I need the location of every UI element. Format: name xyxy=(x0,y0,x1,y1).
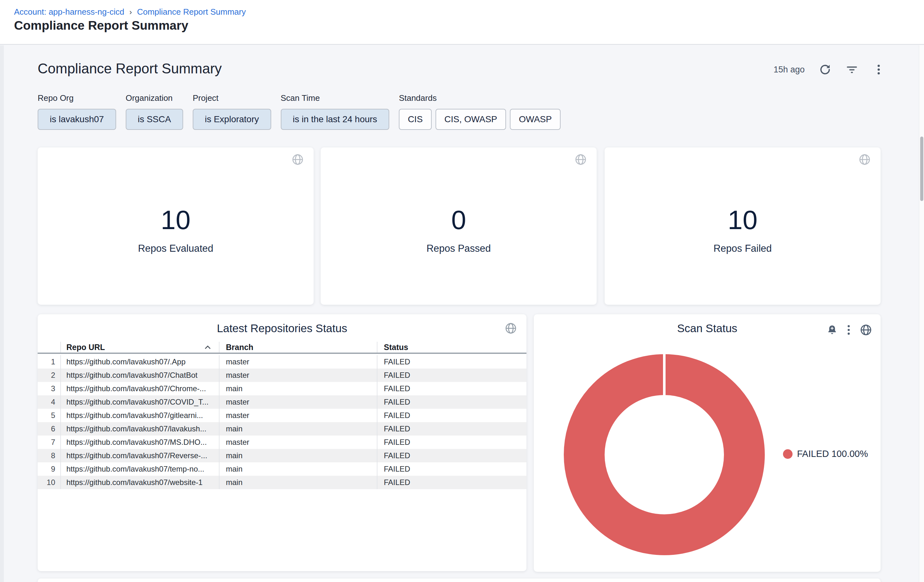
filter-label: Organization xyxy=(126,93,183,103)
page-title: Compliance Report Summary xyxy=(14,18,188,33)
cell-repo-url: https://github.com/lavakush07/MS.DHO... xyxy=(60,435,219,449)
latest-repositories-card: Latest Repositories Status Repo URL Bran… xyxy=(38,314,526,571)
donut-legend[interactable]: FAILED 100.00% xyxy=(783,448,868,459)
table-row[interactable]: 4 https://github.com/lavakush07/COVID_T.… xyxy=(38,395,526,409)
cell-repo-url: https://github.com/lavakush07/Chrome-... xyxy=(60,382,219,395)
cell-repo-url: https://github.com/lavakush07/website-1 xyxy=(60,476,219,489)
column-header-status[interactable]: Status xyxy=(377,342,526,353)
globe-icon[interactable] xyxy=(574,153,587,167)
row-number: 2 xyxy=(38,369,60,382)
standards-chip-owasp[interactable]: OWASP xyxy=(510,109,561,130)
stat-label: Repos Failed xyxy=(605,242,881,256)
row-number: 1 xyxy=(38,355,60,369)
table-row[interactable]: 3 https://github.com/lavakush07/Chrome-.… xyxy=(38,382,526,395)
scrollbar-thumb[interactable] xyxy=(920,137,923,201)
cell-branch: master xyxy=(219,355,377,369)
filter-label: Scan Time xyxy=(281,93,389,103)
cell-status: FAILED xyxy=(377,435,526,449)
table-row[interactable]: 6 https://github.com/lavakush07/lavakush… xyxy=(38,422,526,435)
sort-ascending-caret-icon[interactable] xyxy=(204,345,211,350)
table-row[interactable]: 8 https://github.com/lavakush07/Reverse-… xyxy=(38,449,526,462)
row-number: 4 xyxy=(38,395,60,409)
stat-card-repos-evaluated: 10 Repos Evaluated xyxy=(38,147,314,305)
row-number: 10 xyxy=(38,476,60,489)
row-number: 6 xyxy=(38,422,60,435)
filter-chip-repo-org[interactable]: is lavakush07 xyxy=(38,109,116,130)
cell-status: FAILED xyxy=(377,476,526,489)
filter-chip-scan-time[interactable]: is in the last 24 hours xyxy=(281,109,389,130)
breadcrumb-separator: › xyxy=(129,8,132,16)
cell-branch: master xyxy=(219,409,377,422)
globe-icon[interactable] xyxy=(505,322,517,336)
cell-status: FAILED xyxy=(377,462,526,476)
cell-repo-url: https://github.com/lavakush07/ChatBot xyxy=(60,369,219,382)
stat-card-repos-passed: 0 Repos Passed xyxy=(321,147,597,305)
breadcrumb-account-link[interactable]: Account: app-harness-ng-cicd xyxy=(14,7,124,17)
standards-chip-cis-owasp[interactable]: CIS, OWASP xyxy=(436,109,506,130)
filter-standards: Standards CIS CIS, OWASP OWASP xyxy=(399,93,561,130)
table-header-row: Repo URL Branch Status xyxy=(38,342,526,354)
cell-status: FAILED xyxy=(377,449,526,462)
cell-repo-url: https://github.com/lavakush07/COVID_T... xyxy=(60,395,219,409)
cell-repo-url: https://github.com/lavakush07/.App xyxy=(60,355,219,369)
column-header-branch[interactable]: Branch xyxy=(219,342,377,353)
legend-failed-label: FAILED 100.00% xyxy=(797,448,868,459)
legend-failed-dot xyxy=(783,449,792,459)
kebab-menu-icon[interactable] xyxy=(845,323,852,336)
cell-repo-url: https://github.com/lavakush07/lavakush..… xyxy=(60,422,219,435)
cell-branch: master xyxy=(219,369,377,382)
standards-chip-cis[interactable]: CIS xyxy=(399,109,432,130)
add-alert-bell-icon[interactable] xyxy=(827,323,838,336)
table-row[interactable]: 5 https://github.com/lavakush07/gitlearn… xyxy=(38,409,526,422)
filter-organization: Organization is SSCA xyxy=(126,93,183,130)
breadcrumb-page-link[interactable]: Compliance Report Summary xyxy=(137,7,246,17)
globe-icon[interactable] xyxy=(860,323,872,336)
stat-label: Repos Evaluated xyxy=(38,242,314,256)
table-row[interactable]: 7 https://github.com/lavakush07/MS.DHO..… xyxy=(38,435,526,449)
cell-status: FAILED xyxy=(377,395,526,409)
table-row[interactable]: 2 https://github.com/lavakush07/ChatBot … xyxy=(38,369,526,382)
filter-label: Project xyxy=(193,93,271,103)
filter-list-icon[interactable] xyxy=(845,63,858,76)
globe-icon[interactable] xyxy=(291,153,304,167)
column-header-repo-url[interactable]: Repo URL xyxy=(60,342,219,353)
dashboard-controls: 15h ago xyxy=(774,63,885,77)
cell-branch: main xyxy=(219,476,377,489)
table-row[interactable]: 10 https://github.com/lavakush07/website… xyxy=(38,476,526,489)
next-card-partial xyxy=(38,579,881,582)
cell-repo-url: https://github.com/lavakush07/Reverse-..… xyxy=(60,449,219,462)
cell-branch: main xyxy=(219,382,377,395)
dashboard-title: Compliance Report Summary xyxy=(38,61,222,77)
row-number: 3 xyxy=(38,382,60,395)
column-header-label: Repo URL xyxy=(66,343,105,352)
scan-status-donut-chart[interactable] xyxy=(559,350,770,560)
filter-repo-org: Repo Org is lavakush07 xyxy=(38,93,116,130)
table-card-title: Latest Repositories Status xyxy=(38,322,526,335)
row-number: 9 xyxy=(38,462,60,476)
filter-bar: Repo Org is lavakush07 Organization is S… xyxy=(38,93,561,130)
row-number: 8 xyxy=(38,449,60,462)
table-row[interactable]: 1 https://github.com/lavakush07/.App mas… xyxy=(38,355,526,369)
last-refreshed-label: 15h ago xyxy=(774,65,805,75)
kebab-menu-icon[interactable] xyxy=(872,63,885,76)
filter-chip-organization[interactable]: is SSCA xyxy=(126,109,183,130)
stat-value: 0 xyxy=(321,202,597,237)
vertical-scrollbar[interactable] xyxy=(919,45,924,582)
filter-label: Standards xyxy=(399,93,561,103)
cell-branch: master xyxy=(219,435,377,449)
filter-project: Project is Exploratory xyxy=(193,93,271,130)
table-row[interactable]: 9 https://github.com/lavakush07/temp-no.… xyxy=(38,462,526,476)
cell-branch: main xyxy=(219,449,377,462)
filter-scan-time: Scan Time is in the last 24 hours xyxy=(281,93,389,130)
row-number: 7 xyxy=(38,435,60,449)
filter-chip-project[interactable]: is Exploratory xyxy=(193,109,271,130)
cell-repo-url: https://github.com/lavakush07/temp-no... xyxy=(60,462,219,476)
cell-status: FAILED xyxy=(377,422,526,435)
top-header-bar: Account: app-harness-ng-cicd › Complianc… xyxy=(0,0,924,45)
globe-icon[interactable] xyxy=(858,153,871,167)
scan-card-actions xyxy=(827,323,872,336)
compliance-report-page: Account: app-harness-ng-cicd › Complianc… xyxy=(0,0,924,582)
cell-status: FAILED xyxy=(377,409,526,422)
stat-card-repos-failed: 10 Repos Failed xyxy=(605,147,881,305)
refresh-icon[interactable] xyxy=(819,63,832,76)
